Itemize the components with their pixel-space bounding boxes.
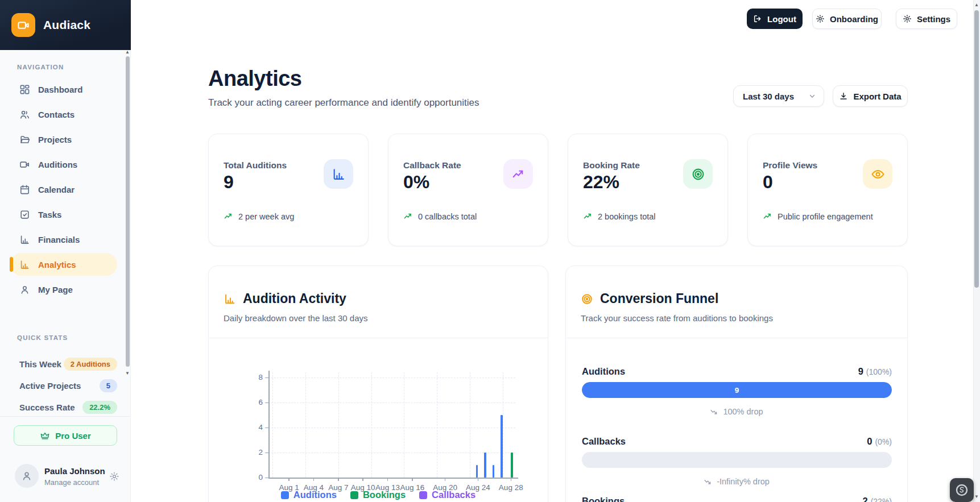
- scroll-down-arrow[interactable]: ▼: [973, 494, 980, 499]
- settings-button[interactable]: Settings: [896, 9, 957, 29]
- funnel-stage-label: Auditions: [582, 366, 625, 377]
- quick-stat-active-projects: Active Projects 5: [19, 377, 117, 393]
- bar-chart-icon: [19, 234, 30, 245]
- divider: [0, 416, 130, 417]
- sidebar-item-label: Contacts: [38, 110, 75, 119]
- stat-footnote-text: Public profile engagement: [778, 212, 873, 221]
- quick-stat-label: This Week: [19, 359, 61, 369]
- sidebar-item-tasks[interactable]: Tasks: [10, 203, 117, 226]
- sidebar-scroll-up-arrow[interactable]: ▲: [125, 49, 130, 55]
- x-tick: [445, 478, 446, 481]
- x-axis: [268, 478, 518, 479]
- sidebar-item-label: Dashboard: [38, 85, 82, 94]
- funnel-drop-text: 100% drop: [723, 407, 763, 416]
- check-square-icon: [19, 209, 30, 220]
- onboarding-label: Onboarding: [830, 14, 878, 24]
- sidebar: Audiack NAVIGATION Dashboard Contacts Pr…: [0, 0, 131, 502]
- stat-card-profile-views: Profile Views 0 Public profile engagemen…: [747, 134, 908, 246]
- page-subtitle: Track your acting career performance and…: [208, 97, 479, 109]
- logout-icon: [753, 14, 762, 23]
- conversion-funnel-panel: Conversion Funnel Track your success rat…: [565, 265, 908, 502]
- y-tick-label: 8: [245, 373, 263, 381]
- quick-stat-badge: 2 Auditions: [64, 358, 117, 371]
- funnel-drop-callbacks: -Infinity% drop: [566, 477, 907, 486]
- stat-label: Callback Rate: [403, 160, 461, 171]
- sidebar-item-calendar[interactable]: Calendar: [10, 178, 117, 201]
- sidebar-item-projects[interactable]: Projects: [10, 128, 117, 151]
- stat-footnote-text: 0 callbacks total: [418, 212, 477, 221]
- sidebar-item-financials[interactable]: Financials: [10, 228, 117, 251]
- sidebar-scrollbar-thumb[interactable]: [126, 56, 130, 367]
- y-axis: [268, 371, 270, 478]
- sidebar-item-contacts[interactable]: Contacts: [10, 103, 117, 126]
- quick-stat-badge: 5: [100, 379, 117, 392]
- quick-stat-label: Active Projects: [19, 381, 81, 391]
- panel-title: Conversion Funnel: [581, 291, 718, 306]
- user-name[interactable]: Paula Johnson: [44, 466, 105, 476]
- funnel-bar-fill: 9: [582, 382, 892, 398]
- funnel-stage-callbacks: Callbacks 0(0%): [582, 436, 892, 447]
- bar-chart-icon: [324, 159, 353, 189]
- app-title: Audiack: [43, 18, 90, 32]
- divider: [566, 338, 907, 338]
- scroll-up-arrow[interactable]: ▲: [973, 2, 980, 7]
- stat-footnote: 2 bookings total: [583, 211, 656, 221]
- y-tick: [265, 403, 268, 404]
- quick-stat-this-week: This Week 2 Auditions: [19, 356, 117, 372]
- y-tick: [265, 478, 268, 479]
- quick-stats-label: QUICK STATS: [17, 334, 68, 341]
- chart-legend: AuditionsBookingsCallbacks: [209, 489, 548, 500]
- stat-footnote: 0 callbacks total: [403, 211, 477, 221]
- target-icon: [581, 293, 593, 305]
- trending-down-icon: [710, 408, 718, 416]
- sidebar-item-auditions[interactable]: Auditions: [10, 153, 117, 176]
- account-settings-gear-icon[interactable]: [109, 471, 119, 484]
- stat-value: 9: [224, 172, 234, 193]
- funnel-drop-text: -Infinity% drop: [717, 477, 770, 486]
- funnel-stage-bookings: Bookings 2(22%): [582, 496, 892, 502]
- x-tick: [387, 478, 388, 481]
- logout-button[interactable]: Logout: [747, 9, 803, 29]
- funnel-drop-auditions: 100% drop: [566, 407, 907, 416]
- app-root: Audiack NAVIGATION Dashboard Contacts Pr…: [0, 0, 980, 502]
- legend-swatch: [281, 491, 289, 499]
- export-data-label: Export Data: [853, 92, 901, 101]
- gridline-v: [470, 372, 470, 478]
- y-tick: [265, 428, 268, 429]
- y-tick: [265, 453, 268, 454]
- y-tick-label: 0: [245, 473, 263, 482]
- main-scrollbar-thumb[interactable]: [974, 10, 979, 288]
- x-tick: [511, 478, 512, 481]
- settings-label: Settings: [917, 14, 950, 24]
- sidebar-item-label: Financials: [38, 235, 80, 244]
- browser-extension-badge[interactable]: [950, 478, 974, 502]
- date-range-select[interactable]: Last 30 days: [733, 85, 824, 107]
- x-tick: [313, 478, 315, 481]
- sidebar-item-label: Projects: [38, 135, 72, 144]
- stat-footnote-text: 2 bookings total: [598, 212, 656, 221]
- dashboard-grid-icon: [19, 84, 30, 95]
- legend-item-bookings: Bookings: [350, 489, 406, 500]
- logout-label: Logout: [767, 14, 796, 24]
- pro-user-label: Pro User: [55, 431, 91, 441]
- sidebar-item-my-page[interactable]: My Page: [10, 278, 117, 301]
- trending-up-icon: [763, 211, 772, 221]
- sidebar-item-label: Tasks: [38, 210, 61, 219]
- gridline-v: [305, 372, 306, 478]
- onboarding-button[interactable]: Onboarding: [812, 9, 882, 29]
- brand: Audiack: [0, 0, 131, 50]
- pro-user-button[interactable]: Pro User: [14, 425, 117, 446]
- sidebar-scroll-down-arrow[interactable]: ▼: [125, 371, 130, 376]
- gear-icon: [903, 14, 912, 23]
- audition-activity-panel: Audition Activity Daily breakdown over t…: [208, 265, 548, 502]
- page-title: Analytics: [208, 67, 301, 91]
- export-data-button[interactable]: Export Data: [833, 85, 908, 107]
- trending-up-icon: [403, 211, 413, 221]
- manage-account-link[interactable]: Manage account: [44, 478, 99, 487]
- date-range-value: Last 30 days: [743, 92, 794, 101]
- x-tick: [478, 478, 479, 481]
- funnel-bar-callbacks: [582, 452, 892, 468]
- sidebar-item-dashboard[interactable]: Dashboard: [10, 78, 117, 101]
- funnel-stage-label: Callbacks: [582, 436, 626, 447]
- sidebar-item-analytics[interactable]: Analytics: [10, 253, 117, 276]
